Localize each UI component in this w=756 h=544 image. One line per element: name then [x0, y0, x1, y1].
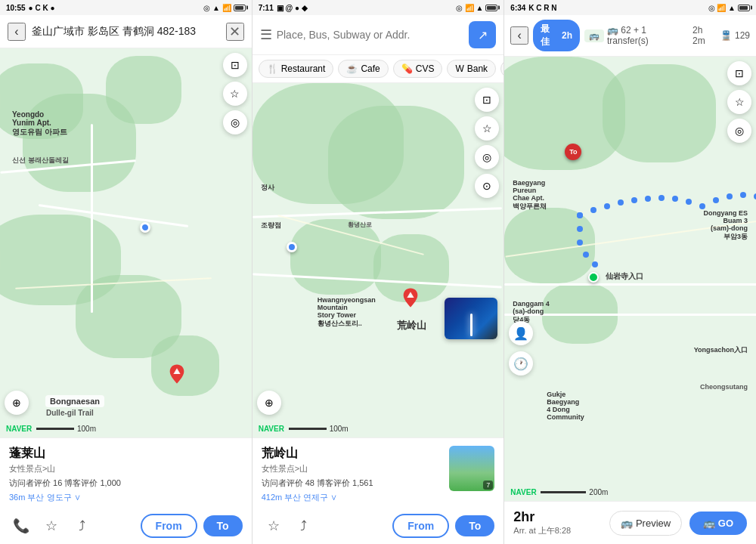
train-icon: 🚆 — [720, 30, 732, 41]
map-layers-button-1[interactable]: ⊡ — [223, 53, 247, 77]
naver-logo-1: NAVER — [6, 425, 32, 433]
map-extra-button-2[interactable]: ⊙ — [475, 174, 499, 198]
search-bar-2: ☰ ↗ — [253, 15, 504, 55]
panel-3: ‹ 最佳 2h 🚌 🚌 62 + 1 transfer(s) 2h 2m 🚆 1… — [504, 15, 756, 544]
chip-cafe[interactable]: ☕ Cafe — [338, 60, 388, 78]
from-button-1[interactable]: From — [141, 514, 197, 538]
thumbnail-tower-image — [445, 298, 497, 339]
back-button-1[interactable]: ‹ — [8, 23, 26, 41]
place-rating-2: 访问者评价 48 博客评价 1,561 — [262, 478, 444, 489]
svg-point-16 — [577, 240, 583, 246]
map-location-button-2[interactable]: ◎ — [475, 145, 499, 169]
svg-point-12 — [740, 192, 746, 198]
map-label-hwangnyeong: HwangnyeongsanMountainStory Tower황녕산스토리.… — [313, 295, 380, 330]
share-button-1[interactable]: ⤴ — [70, 514, 94, 538]
place-name-1: 蓬莱山 — [9, 446, 243, 462]
compass-button-1[interactable]: ⊕ — [5, 391, 29, 415]
transit-info: 🚌 🚌 62 + 1 transfer(s) 2h 2m 🚆 129 — [584, 25, 750, 46]
go-button[interactable]: 🚌 GO — [689, 512, 747, 535]
clock-icon[interactable]: 🕐 — [509, 351, 533, 376]
phone-button[interactable]: 📞 — [9, 514, 33, 538]
naver-logo-2: NAVER — [259, 425, 284, 433]
panel-1-header: ‹ 釜山广域市 影岛区 青鹤洞 482-183 ✕ — [0, 15, 252, 48]
map-background-2: 정사 조량점 황녕산로 HwangnyeongsanMountainStory … — [253, 83, 504, 437]
back-button-3[interactable]: ‹ — [510, 26, 528, 45]
chip-hair[interactable]: ✂ Hai — [500, 60, 503, 78]
star-button-2[interactable]: ☆ — [262, 514, 286, 538]
duration-2: 2h 2m — [692, 25, 717, 46]
place-actions-2: ☆ ⤴ From To — [253, 508, 504, 544]
place-info-1: 蓬莱山 女性景点>山 访问者评价 16 博客评价 1,000 36m 부산 영도… — [0, 437, 252, 508]
map-place-label-bongnaesan: Bongnaesan — [45, 395, 104, 407]
from-button-2[interactable]: From — [392, 514, 449, 538]
svg-point-1 — [590, 207, 596, 213]
svg-point-11 — [727, 193, 733, 199]
chip-cvs[interactable]: 💊 CVS — [393, 60, 443, 78]
scale-bar-3: 200m — [541, 488, 608, 496]
preview-button[interactable]: 🚌 Preview — [609, 511, 682, 536]
map-background-3: BaegyangPureunChae Apt.백양푸른채 Danggam 4(s… — [504, 57, 756, 501]
red-marker-hwangnyeong — [400, 287, 421, 308]
bus-badge: 🚌 — [584, 29, 604, 42]
chip-restaurant[interactable]: 🍴 Restaurant — [259, 60, 334, 78]
map-label-hwanng: 황녕산로 — [343, 219, 376, 230]
svg-point-18 — [592, 261, 598, 267]
map-star-button-2[interactable]: ☆ — [475, 116, 499, 141]
svg-point-6 — [658, 195, 665, 201]
status-bars: 10:55 ● C K ● ◎ ▲ 📶 7:11 ▣ @ ● ◆ ◎ 📶 ▲ 6… — [0, 0, 756, 15]
map-area-2[interactable]: 정사 조량점 황녕산로 HwangnyeongsanMountainStory … — [253, 83, 504, 437]
to-button-2[interactable]: To — [455, 515, 494, 536]
svg-point-15 — [577, 226, 583, 232]
panel-1: ‹ 釜山广域市 影岛区 青鹤洞 482-183 ✕ — [0, 15, 253, 544]
panel-2: ☰ ↗ 🍴 Restaurant ☕ Cafe 💊 CVS W Bank ✂ — [253, 15, 505, 544]
place-thumbnail-2[interactable]: 7 — [449, 446, 494, 491]
place-subtitle-1: 女性景点>山 — [9, 463, 243, 474]
svg-point-3 — [618, 199, 624, 206]
route-button[interactable]: ↗ — [469, 21, 496, 48]
map-label-gukje: GukjeBaegyang4 DongCommunity — [542, 389, 589, 422]
map-location-button-3[interactable]: ◎ — [727, 119, 751, 143]
icons-1: ● C K ● — [29, 4, 55, 12]
chip-label-restaurant: Restaurant — [281, 63, 326, 74]
transit-time: 2hr — [513, 509, 571, 525]
map-label-seonimsa: 仙岩寺入口 — [601, 270, 648, 283]
status-bar-1: 10:55 ● C K ● ◎ ▲ 📶 — [0, 0, 253, 15]
map-label-sinseon: 신선 봉래산돌레길 — [8, 154, 73, 167]
map-layers-button-2[interactable]: ⊡ — [475, 88, 499, 112]
person-icon[interactable]: 👤 — [509, 321, 533, 345]
star-button-1[interactable]: ☆ — [39, 514, 64, 538]
svg-point-4 — [631, 197, 637, 203]
transit-bottom: 2hr Arr. at 上午8:28 🚌 Preview 🚌 GO — [504, 501, 756, 544]
map-star-button-1[interactable]: ☆ — [223, 82, 247, 106]
map-area-1[interactable]: Bongnaesan Dulle-gil Trail YeongdoYunim … — [0, 48, 252, 437]
map-area-3[interactable]: BaegyangPureunChae Apt.백양푸른채 Danggam 4(s… — [504, 57, 756, 501]
place-distance-1: 36m 부산 영도구 ∨ — [9, 492, 243, 503]
battery-2 — [485, 5, 497, 11]
current-location-marker-2 — [287, 242, 297, 252]
share-button-2[interactable]: ⤴ — [292, 514, 316, 538]
scale-bar-2: 100m — [289, 425, 349, 433]
best-tab[interactable]: 最佳 2h — [533, 20, 580, 51]
status-bar-2: 7:11 ▣ @ ● ◆ ◎ 📶 ▲ — [253, 0, 505, 15]
svg-point-17 — [583, 252, 589, 258]
map-label-yeongdo: YeongdoYunim Apt.영도유림 아파트 — [8, 109, 72, 139]
chip-bank[interactable]: W Bank — [447, 60, 496, 78]
terrain-3 — [106, 56, 181, 124]
to-button-1[interactable]: To — [203, 515, 243, 536]
map-star-button-3[interactable]: ☆ — [727, 90, 751, 114]
map-layers-button-3[interactable]: ⊡ — [727, 61, 751, 85]
map-label-jorangji: 조량점 — [256, 219, 286, 232]
compass-button-2[interactable]: ⊕ — [257, 391, 281, 415]
time-1: 10:55 — [6, 4, 26, 12]
map-location-button-1[interactable]: ◎ — [223, 110, 247, 134]
transfer-info: 🚌 62 + 1 transfer(s) — [607, 25, 689, 46]
red-marker-bongnaesan — [166, 363, 187, 385]
search-input-2[interactable] — [277, 29, 465, 41]
header-title-1: 釜山广域市 影岛区 青鹤洞 482-183 — [32, 25, 220, 39]
start-marker — [588, 272, 599, 283]
transit-arrival: Arr. at 上午8:28 — [513, 525, 571, 536]
thumbnail-count: 7 — [483, 481, 493, 490]
close-button-1[interactable]: ✕ — [226, 23, 244, 41]
map-sublabel-trail: Dulle-gil Trail — [42, 407, 98, 419]
chip-label-cvs: CVS — [416, 63, 435, 74]
